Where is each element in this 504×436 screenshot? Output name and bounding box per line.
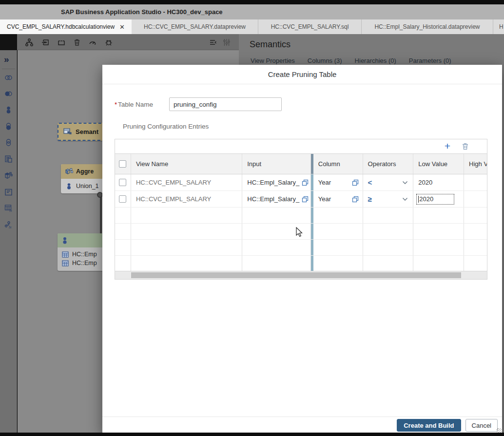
table-name-row: * Table Name xyxy=(115,97,153,111)
editor-tabbar: CVC_EMPL_SALARY.hdbcalculationview ✕ HC:… xyxy=(0,19,504,34)
node-connector-edge xyxy=(100,194,102,233)
add-node-icon[interactable] xyxy=(41,38,50,47)
minus-icon[interactable] xyxy=(4,138,13,147)
tab-cut-off[interactable]: H xyxy=(493,19,504,34)
grid-row[interactable]: HC::CVC_EMPL_SALARY HC::Empl_Salary_ Yea… xyxy=(115,191,487,208)
left-outer-join-icon[interactable] xyxy=(4,89,13,98)
semantics-panel-title: Semantics xyxy=(250,39,291,50)
cell-input[interactable]: HC::Empl_Salary_ xyxy=(242,191,311,207)
row-checkbox[interactable] xyxy=(119,195,126,203)
toolbar-corner-block xyxy=(0,34,17,50)
table-grid-icon xyxy=(62,260,69,266)
intersect-icon[interactable] xyxy=(4,122,13,131)
delete-row-button[interactable] xyxy=(461,142,469,151)
tab-sql[interactable]: HC::CVC_EMPL_SALARY.sql xyxy=(258,19,362,34)
semantics-node-icon xyxy=(63,128,72,135)
union-icon[interactable] xyxy=(4,105,13,114)
projection-icon[interactable] xyxy=(4,154,13,164)
scrollbar-thumb[interactable] xyxy=(131,272,461,278)
col-header-input[interactable]: Input xyxy=(242,154,311,174)
remove-node-icon[interactable] xyxy=(57,38,66,47)
create-and-build-button[interactable]: Create and Build xyxy=(397,419,461,432)
rank-icon[interactable] xyxy=(4,188,13,197)
cell-operator-dropdown[interactable]: < xyxy=(363,174,414,190)
cancel-button[interactable]: Cancel xyxy=(465,419,498,432)
window-titlebar: SAP Business Application Studio - HC300_… xyxy=(0,4,504,19)
operator-symbol: ≥ xyxy=(368,195,372,203)
tab-hierarchies[interactable]: Hierarchies (0) xyxy=(355,57,396,64)
grid-row[interactable]: HC::CVC_EMPL_SALARY HC::Empl_Salary_ Yea… xyxy=(115,174,487,191)
add-row-button[interactable]: + xyxy=(445,140,450,152)
semantics-node-label: Semant xyxy=(76,128,98,135)
cell-high-value[interactable] xyxy=(464,191,487,207)
table-function-icon[interactable]: fx xyxy=(4,204,13,213)
tab-historical-datapreview[interactable]: HC::Empl_Salary_Historical.datapreview xyxy=(362,19,493,34)
low-value-edit-field[interactable]: 2020 xyxy=(416,194,454,205)
table-name-input[interactable] xyxy=(169,97,282,111)
row-checkbox[interactable] xyxy=(119,179,126,186)
filter-sliders-icon[interactable] xyxy=(222,38,231,47)
outline-collapse-icon[interactable] xyxy=(209,38,217,47)
grid-empty-row[interactable] xyxy=(115,256,487,272)
cell-high-value[interactable] xyxy=(464,174,487,190)
value-help-icon[interactable] xyxy=(302,196,309,203)
col-header-low-value[interactable]: Low Value xyxy=(413,154,464,174)
cell-view-name[interactable]: HC::CVC_EMPL_SALARY xyxy=(131,191,242,207)
table-name-label: Table Name xyxy=(118,101,153,108)
operator-symbol: < xyxy=(368,178,372,187)
col-header-high-value[interactable]: High V xyxy=(464,154,487,174)
cell-view-name[interactable]: HC::CVC_EMPL_SALARY xyxy=(131,174,242,190)
grid-empty-row[interactable] xyxy=(115,224,487,240)
cell-column-text: Year xyxy=(318,179,331,186)
cell-low-value[interactable]: 2020 xyxy=(413,174,464,190)
union-source-label: HC::Emp xyxy=(72,251,97,258)
tab-columns[interactable]: Columns (3) xyxy=(308,57,342,64)
union-icon xyxy=(65,182,73,190)
aggregation-child-label: Union_1 xyxy=(76,183,99,190)
cell-input[interactable]: HC::Empl_Salary_ xyxy=(242,174,311,190)
value-help-icon[interactable] xyxy=(302,179,309,186)
expand-palette-icon[interactable]: » xyxy=(4,55,13,64)
union-source-label: HC::Emp xyxy=(72,260,97,266)
cell-column[interactable]: Year xyxy=(313,191,363,207)
tab-view-properties[interactable]: View Properties xyxy=(251,57,295,64)
tab-label: HC::CVC_EMPL_SALARY.sql xyxy=(271,23,349,30)
col-header-column[interactable]: Column xyxy=(313,154,363,174)
tab-hdbcalculationview[interactable]: CVC_EMPL_SALARY.hdbcalculationview ✕ xyxy=(0,19,132,34)
dialog-footer: Create and Build Cancel xyxy=(102,417,502,434)
svg-text:fx: fx xyxy=(9,226,12,229)
select-all-checkbox[interactable] xyxy=(119,160,126,168)
window-title: SAP Business Application Studio - HC300_… xyxy=(61,4,223,19)
palette-divider xyxy=(2,69,15,69)
auto-layout-icon[interactable] xyxy=(25,38,34,47)
performance-analysis-icon[interactable] xyxy=(88,38,97,47)
node-palette: » fx xyxy=(0,50,17,436)
close-icon[interactable]: ✕ xyxy=(119,23,125,31)
text-caret xyxy=(418,196,419,203)
join-icon[interactable] xyxy=(4,73,13,82)
hierarchy-function-icon[interactable]: fx xyxy=(4,220,13,229)
horizontal-scrollbar[interactable] xyxy=(115,271,487,279)
tab-label: HC::Empl_Salary_Historical.datapreview xyxy=(374,23,480,30)
col-header-view-name[interactable]: View Name xyxy=(131,154,242,174)
tab-datapreview[interactable]: HC::CVC_EMPL_SALARY.datapreview xyxy=(132,19,258,34)
cell-operator-dropdown[interactable]: ≥ xyxy=(363,191,414,207)
tab-parameters[interactable]: Parameters (0) xyxy=(409,57,451,64)
cell-input-text: HC::Empl_Salary_ xyxy=(247,179,299,186)
value-help-icon[interactable] xyxy=(352,196,359,203)
aggregation-icon[interactable] xyxy=(4,171,13,180)
debug-icon[interactable] xyxy=(104,38,113,47)
value-help-icon[interactable] xyxy=(352,179,359,186)
delete-icon[interactable] xyxy=(73,38,81,47)
aggregation-node-label: Aggre xyxy=(76,168,94,175)
cell-low-value-editing[interactable]: 2020 xyxy=(413,191,464,207)
grid-empty-row[interactable] xyxy=(115,208,487,224)
union-icon xyxy=(61,236,69,245)
cell-column[interactable]: Year xyxy=(313,174,363,190)
col-header-operators[interactable]: Operators xyxy=(363,154,414,174)
svg-text:fx: fx xyxy=(9,209,12,212)
cell-input-text: HC::Empl_Salary_ xyxy=(247,195,299,203)
grid-empty-row[interactable] xyxy=(115,240,487,256)
bottom-strip xyxy=(0,433,504,436)
cell-column-text: Year xyxy=(318,195,331,203)
